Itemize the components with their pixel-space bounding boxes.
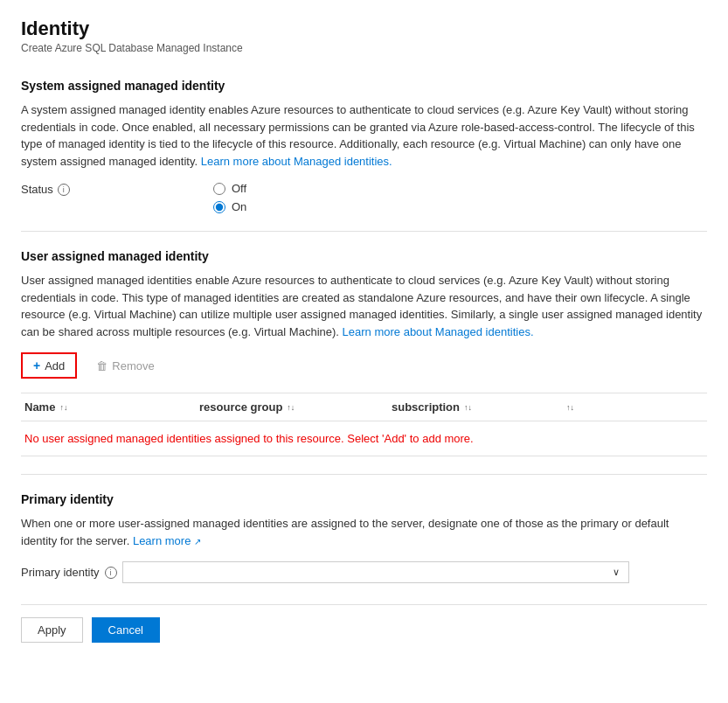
radio-on-input[interactable] xyxy=(213,201,225,213)
primary-identity-description: When one or more user-assigned managed i… xyxy=(21,515,707,549)
radio-off-option[interactable]: Off xyxy=(213,182,246,195)
primary-identity-label: Primary identity xyxy=(21,566,100,579)
status-radio-group: Off On xyxy=(213,182,246,213)
page-title: Identity xyxy=(21,17,707,40)
col-resource-group: resource group ↑↓ xyxy=(196,399,388,415)
user-assigned-section: User assigned managed identity User assi… xyxy=(21,249,707,456)
primary-identity-section: Primary identity When one or more user-a… xyxy=(21,492,707,583)
primary-identity-dropdown[interactable]: ∨ xyxy=(122,561,629,583)
page-subtitle: Create Azure SQL Database Managed Instan… xyxy=(21,42,707,54)
system-assigned-heading: System assigned managed identity xyxy=(21,79,707,93)
divider-2 xyxy=(21,474,707,475)
radio-off-label: Off xyxy=(232,182,246,195)
sort-name-icon[interactable]: ↑↓ xyxy=(59,403,67,412)
status-info-icon[interactable]: i xyxy=(58,184,70,196)
radio-off-input[interactable] xyxy=(213,183,225,195)
add-button[interactable]: + Add xyxy=(21,352,77,379)
add-button-label: Add xyxy=(45,359,65,372)
add-remove-row: + Add 🗑 Remove xyxy=(21,352,707,379)
user-assigned-learn-more-link[interactable]: Learn more about Managed identities. xyxy=(343,325,534,338)
chevron-down-icon: ∨ xyxy=(613,567,620,578)
cancel-button[interactable]: Cancel xyxy=(92,617,160,643)
table-empty-message: No user assigned managed identities assi… xyxy=(21,421,707,456)
user-assigned-table: Name ↑↓ resource group ↑↓ subscription ↑… xyxy=(21,393,707,456)
table-header: Name ↑↓ resource group ↑↓ subscription ↑… xyxy=(21,393,707,421)
system-assigned-section: System assigned managed identity A syste… xyxy=(21,79,707,213)
primary-identity-label-row: Primary identity i ∨ xyxy=(21,561,707,583)
primary-identity-learn-more-link[interactable]: Learn more ↗ xyxy=(133,534,201,547)
sort-extra-icon[interactable]: ↑↓ xyxy=(566,403,574,412)
remove-button-label: Remove xyxy=(112,359,154,372)
external-link-icon: ↗ xyxy=(194,537,201,546)
primary-identity-heading: Primary identity xyxy=(21,492,707,506)
remove-button[interactable]: 🗑 Remove xyxy=(87,355,163,377)
divider-1 xyxy=(21,231,707,232)
system-assigned-description: A system assigned managed identity enabl… xyxy=(21,101,707,170)
sort-sub-icon[interactable]: ↑↓ xyxy=(464,403,472,412)
trash-icon: 🗑 xyxy=(96,359,107,372)
radio-on-label: On xyxy=(232,200,246,213)
user-assigned-description: User assigned managed identities enable … xyxy=(21,272,707,340)
apply-button[interactable]: Apply xyxy=(21,617,83,643)
sort-rg-icon[interactable]: ↑↓ xyxy=(287,403,295,412)
radio-on-option[interactable]: On xyxy=(213,200,246,213)
col-extra: ↑↓ xyxy=(563,399,615,415)
status-label: Status i xyxy=(21,182,213,196)
col-subscription: subscription ↑↓ xyxy=(388,399,563,415)
user-assigned-heading: User assigned managed identity xyxy=(21,249,707,263)
system-assigned-learn-more-link[interactable]: Learn more about Managed identities. xyxy=(201,155,392,168)
col-name: Name ↑↓ xyxy=(21,399,196,415)
primary-identity-info-icon[interactable]: i xyxy=(105,567,117,579)
status-row: Status i Off On xyxy=(21,182,707,213)
footer-buttons: Apply Cancel xyxy=(21,604,707,643)
plus-icon: + xyxy=(33,358,40,372)
